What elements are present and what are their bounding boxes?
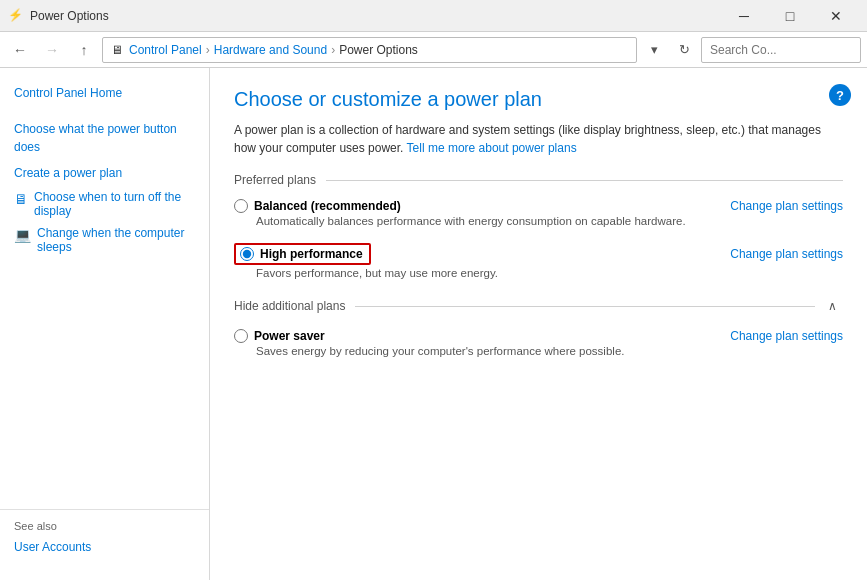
- additional-plans-header: Hide additional plans ∧: [234, 295, 843, 317]
- preferred-plans-divider: [326, 180, 843, 181]
- page-title: Choose or customize a power plan: [234, 88, 843, 111]
- main-layout: Control Panel Home Choose what the power…: [0, 68, 867, 580]
- address-bar: ← → ↑ 🖥 Control Panel › Hardware and Sou…: [0, 32, 867, 68]
- power-saver-plan-name: Power saver: [254, 329, 325, 343]
- sidebar-item-turn-off-display[interactable]: 🖥 Choose when to turn off the display: [0, 186, 209, 222]
- refresh-button[interactable]: ↻: [671, 37, 697, 63]
- window-title: Power Options: [30, 9, 721, 23]
- breadcrumb-control-panel[interactable]: Control Panel: [129, 43, 202, 57]
- preferred-plans-header: Preferred plans: [234, 173, 843, 187]
- title-bar: ⚡ Power Options ─ □ ✕: [0, 0, 867, 32]
- high-performance-plan-desc: Favors performance, but may use more ene…: [256, 267, 843, 279]
- sidebar-item-computer-sleeps[interactable]: 💻 Change when the computer sleeps: [0, 222, 209, 258]
- balanced-plan-row: Balanced (recommended) Change plan setti…: [234, 199, 843, 213]
- balanced-radio[interactable]: [234, 199, 248, 213]
- address-path[interactable]: 🖥 Control Panel › Hardware and Sound › P…: [102, 37, 637, 63]
- balanced-plan-desc: Automatically balances performance with …: [256, 215, 843, 227]
- additional-plans-divider: [355, 306, 815, 307]
- high-performance-plan-item: High performance Change plan settings Fa…: [234, 243, 843, 279]
- forward-button[interactable]: →: [38, 36, 66, 64]
- sidebar: Control Panel Home Choose what the power…: [0, 68, 210, 580]
- power-saver-plan-desc: Saves energy by reducing your computer's…: [256, 345, 843, 357]
- dropdown-button[interactable]: ▾: [641, 37, 667, 63]
- sidebar-item-user-accounts[interactable]: User Accounts: [14, 536, 195, 558]
- power-saver-radio[interactable]: [234, 329, 248, 343]
- sleep-icon: 💻: [14, 227, 31, 243]
- breadcrumb-sep-1: ›: [206, 43, 210, 57]
- learn-more-link[interactable]: Tell me more about power plans: [407, 141, 577, 155]
- close-button[interactable]: ✕: [813, 0, 859, 32]
- sidebar-sleeps-label: Change when the computer sleeps: [37, 226, 195, 254]
- sidebar-item-power-button[interactable]: Choose what the power button does: [0, 116, 209, 160]
- power-saver-plan-row: Power saver Change plan settings: [234, 329, 843, 343]
- balanced-change-plan-link[interactable]: Change plan settings: [730, 199, 843, 213]
- high-performance-highlight: High performance: [234, 243, 371, 265]
- sidebar-turn-off-label: Choose when to turn off the display: [34, 190, 195, 218]
- help-button[interactable]: ?: [829, 84, 851, 106]
- high-performance-radio[interactable]: [240, 247, 254, 261]
- minimize-button[interactable]: ─: [721, 0, 767, 32]
- power-saver-change-plan-link[interactable]: Change plan settings: [730, 329, 843, 343]
- app-icon: ⚡: [8, 8, 24, 24]
- breadcrumb-icon: 🖥: [111, 43, 123, 57]
- sidebar-item-create-plan[interactable]: Create a power plan: [0, 160, 209, 186]
- page-description: A power plan is a collection of hardware…: [234, 121, 843, 157]
- sidebar-item-home[interactable]: Control Panel Home: [0, 80, 209, 106]
- collapse-button[interactable]: ∧: [821, 295, 843, 317]
- additional-plans-label: Hide additional plans: [234, 299, 345, 313]
- back-button[interactable]: ←: [6, 36, 34, 64]
- power-saver-plan-label[interactable]: Power saver: [234, 329, 325, 343]
- breadcrumb-power-options: Power Options: [339, 43, 418, 57]
- preferred-plans-label: Preferred plans: [234, 173, 316, 187]
- high-performance-plan-name: High performance: [260, 247, 363, 261]
- high-performance-change-plan-link[interactable]: Change plan settings: [730, 247, 843, 261]
- breadcrumb-sep-2: ›: [331, 43, 335, 57]
- balanced-plan-label[interactable]: Balanced (recommended): [234, 199, 401, 213]
- balanced-plan-name: Balanced (recommended): [254, 199, 401, 213]
- window-controls: ─ □ ✕: [721, 0, 859, 32]
- monitor-icon: 🖥: [14, 191, 28, 207]
- high-performance-plan-label[interactable]: High performance: [234, 243, 371, 265]
- breadcrumb-hardware[interactable]: Hardware and Sound: [214, 43, 327, 57]
- content-area: ? Choose or customize a power plan A pow…: [210, 68, 867, 580]
- see-also-label: See also: [14, 520, 195, 532]
- sidebar-footer: See also User Accounts: [0, 509, 209, 568]
- up-button[interactable]: ↑: [70, 36, 98, 64]
- search-input[interactable]: [701, 37, 861, 63]
- balanced-plan-item: Balanced (recommended) Change plan setti…: [234, 199, 843, 227]
- maximize-button[interactable]: □: [767, 0, 813, 32]
- high-performance-plan-row: High performance Change plan settings: [234, 243, 843, 265]
- power-saver-plan-item: Power saver Change plan settings Saves e…: [234, 329, 843, 357]
